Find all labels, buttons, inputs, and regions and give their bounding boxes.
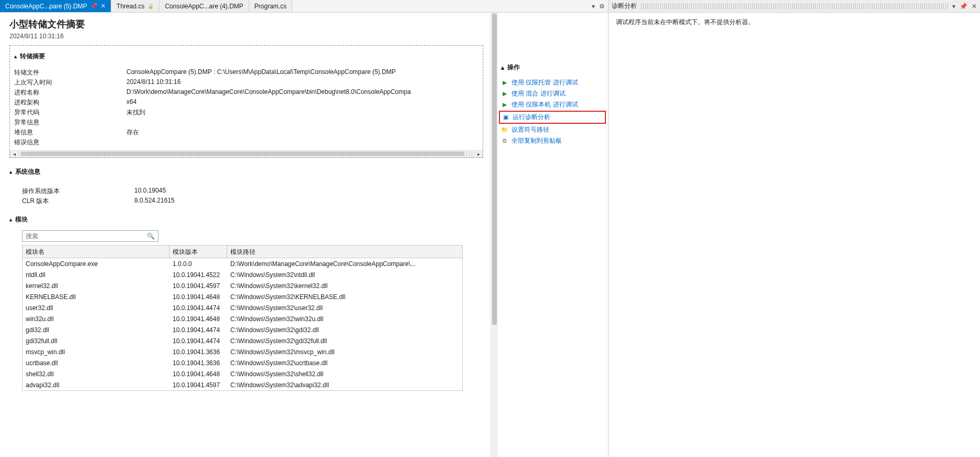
table-row[interactable]: KERNELBASE.dll10.0.19041.4648C:\Windows\…	[23, 291, 462, 302]
dump-summary-header[interactable]: ▴ 转储摘要	[14, 50, 478, 63]
table-row[interactable]: win32u.dll10.0.19041.4648C:\Windows\Syst…	[23, 313, 462, 324]
scroll-left-icon[interactable]: ◂	[10, 151, 18, 157]
editor-area: ConsoleAppC...pare (5).DMP📌✕Thread.cs🔒Co…	[0, 0, 609, 457]
vscroll-thumb[interactable]	[492, 14, 497, 325]
dump-summary-label: 转储摘要	[20, 52, 45, 61]
actions-column: ▴ 操作 ▶使用 仅限托管 进行调试▶使用 混合 进行调试▶使用 仅限本机 进行…	[498, 13, 608, 457]
sysinfo-header[interactable]: ▴ 系统信息	[9, 165, 483, 178]
cell-version: 10.0.19041.4648	[169, 292, 227, 302]
cell-version: 10.0.19041.4648	[169, 369, 227, 379]
table-row[interactable]: shell32.dll10.0.19041.4648C:\Windows\Sys…	[23, 368, 462, 379]
actions-header[interactable]: ▴ 操作	[501, 63, 604, 72]
col-module-name[interactable]: 模块名	[23, 246, 169, 259]
chevron-up-icon: ▴	[9, 169, 12, 175]
sysinfo-label: 系统信息	[15, 167, 40, 176]
action-label: 使用 仅限托管 进行调试	[512, 78, 578, 87]
action-label: 设置符号路径	[512, 125, 549, 134]
diag-icon: ▣	[502, 114, 509, 121]
action-label: 使用 混合 进行调试	[512, 89, 566, 98]
cell-name: user32.dll	[23, 303, 169, 313]
cell-version: 1.0.0.0	[169, 259, 227, 269]
col-module-version[interactable]: 模块版本	[169, 246, 227, 259]
action-5[interactable]: ⧉全部复制到剪贴板	[501, 135, 604, 146]
tab-strip: ConsoleAppC...pare (5).DMP📌✕Thread.cs🔒Co…	[0, 0, 608, 13]
label-arch: 进程架构	[14, 98, 119, 107]
modules-header[interactable]: ▴ 模块	[9, 213, 483, 226]
cell-name: shell32.dll	[23, 369, 169, 379]
tab-label: ConsoleAppC...pare (5).DMP	[5, 3, 87, 10]
cell-version: 10.0.19041.4597	[169, 380, 227, 390]
table-row[interactable]: gdi32.dll10.0.19041.4474C:\Windows\Syste…	[23, 324, 462, 335]
table-row[interactable]: gdi32full.dll10.0.19041.4474C:\Windows\S…	[23, 335, 462, 346]
action-label: 使用 仅限本机 进行调试	[512, 100, 578, 109]
action-1[interactable]: ▶使用 混合 进行调试	[501, 88, 604, 99]
cell-version: 10.0.19041.4474	[169, 325, 227, 335]
action-3[interactable]: ▣运行诊断分析	[499, 111, 606, 124]
actions-label: 操作	[507, 63, 520, 72]
search-input[interactable]	[23, 231, 144, 241]
table-row[interactable]: advapi32.dll10.0.19041.4597C:\Windows\Sy…	[23, 379, 462, 390]
label-last-write: 上次写入时间	[14, 78, 119, 87]
cell-path: C:\Windows\System32\advapi32.dll	[227, 380, 462, 390]
table-row[interactable]: ntdll.dll10.0.19041.4522C:\Windows\Syste…	[23, 269, 462, 280]
value-last-write: 2024/8/11 10:31:16	[126, 78, 478, 87]
table-row[interactable]: ConsoleAppCompare.exe1.0.0.0D:\Work\demo…	[23, 258, 462, 269]
label-process-name: 进程名称	[14, 88, 119, 97]
close-icon[interactable]: ✕	[101, 3, 105, 9]
cell-path: C:\Windows\System32\win32u.dll	[227, 314, 462, 324]
modules-table-head: 模块名 模块版本 模块路径	[23, 246, 462, 258]
panel-grip[interactable]	[641, 3, 948, 9]
lock-icon: 🔒	[147, 3, 154, 9]
modules-search[interactable]: 🔍	[22, 230, 158, 242]
scroll-thumb[interactable]	[21, 152, 464, 156]
doc-column: 小型转储文件摘要 2024/8/11 10:31:16 ▴ 转储摘要 转储文件 …	[0, 13, 498, 457]
table-row[interactable]: kernel32.dll10.0.19041.4597C:\Windows\Sy…	[23, 280, 462, 291]
action-label: 运行诊断分析	[513, 113, 550, 122]
tab-0[interactable]: ConsoleAppC...pare (5).DMP📌✕	[0, 0, 111, 12]
tabstrip-icons: ▾ ⚙	[589, 0, 608, 12]
chevron-up-icon: ▴	[14, 54, 17, 59]
doc-vscrollbar[interactable]	[491, 13, 498, 457]
scroll-track[interactable]	[18, 151, 475, 156]
pin-icon[interactable]: 📌	[90, 3, 98, 9]
tab-1[interactable]: Thread.cs🔒	[111, 0, 159, 12]
page-title: 小型转储文件摘要	[9, 18, 483, 30]
tab-2[interactable]: ConsoleAppC...are (4).DMP	[159, 0, 249, 12]
value-exc-info	[126, 118, 478, 127]
cell-path: C:\Windows\System32\KERNELBASE.dll	[227, 292, 462, 302]
cell-version: 10.0.19041.3636	[169, 358, 227, 368]
col-module-path[interactable]: 模块路径	[227, 246, 462, 259]
tab-label: ConsoleAppC...are (4).DMP	[165, 3, 243, 10]
tab-overflow-icon[interactable]: ▾	[592, 3, 595, 10]
close-icon[interactable]: ✕	[972, 3, 977, 10]
cell-name: KERNELBASE.dll	[23, 292, 169, 302]
gear-icon[interactable]: ⚙	[599, 3, 605, 10]
modules-label: 模块	[15, 215, 28, 224]
cell-name: msvcp_win.dll	[23, 347, 169, 357]
dump-hscrollbar[interactable]: ◂ ▸	[10, 150, 483, 157]
tabstrip-spacer	[292, 0, 589, 12]
tab-label: Thread.cs	[116, 3, 144, 10]
action-0[interactable]: ▶使用 仅限托管 进行调试	[501, 77, 604, 88]
action-2[interactable]: ▶使用 仅限本机 进行调试	[501, 99, 604, 110]
cell-name: win32u.dll	[23, 314, 169, 324]
table-row[interactable]: msvcp_win.dll10.0.19041.3636C:\Windows\S…	[23, 346, 462, 357]
cell-path: C:\Windows\System32\user32.dll	[227, 303, 462, 313]
tab-3[interactable]: Program.cs	[249, 0, 292, 12]
pin-icon[interactable]: 📌	[960, 3, 967, 10]
action-4[interactable]: 📁设置符号路径	[501, 124, 604, 135]
label-err: 错误信息	[14, 138, 119, 147]
table-row[interactable]: user32.dll10.0.19041.4474C:\Windows\Syst…	[23, 302, 462, 313]
search-icon[interactable]: 🔍	[144, 232, 158, 240]
table-row[interactable]: ucrtbase.dll10.0.19041.3636C:\Windows\Sy…	[23, 357, 462, 368]
copy-icon: ⧉	[501, 137, 508, 145]
panel-dropdown-icon[interactable]: ▾	[952, 3, 955, 10]
label-dump-file: 转储文件	[14, 68, 119, 77]
box-icon: 📁	[501, 126, 508, 134]
modules-table: 模块名 模块版本 模块路径 ConsoleAppCompare.exe1.0.0…	[22, 245, 463, 391]
cell-path: D:\Work\demo\ManageCore\ManageCore\Conso…	[227, 259, 462, 269]
cell-path: C:\Windows\System32\ucrtbase.dll	[227, 358, 462, 368]
scroll-right-icon[interactable]: ▸	[475, 151, 482, 157]
label-stack: 堆信息	[14, 128, 119, 137]
title-date: 2024/8/11 10:31:16	[9, 33, 483, 40]
